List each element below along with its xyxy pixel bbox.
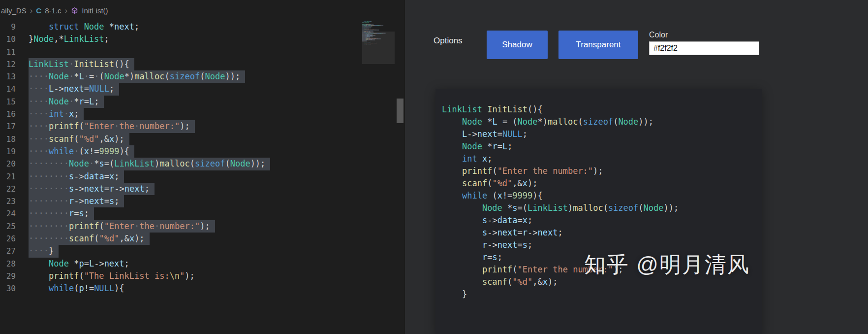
code-line[interactable]: 15····Node·*r=L;: [0, 96, 404, 108]
code-line[interactable]: 27····}: [0, 245, 404, 257]
options-label: Options: [434, 36, 463, 46]
code-line[interactable]: 30 while(p!=NULL){: [0, 282, 404, 295]
code-line[interactable]: 17····printf("Enter·the·number:");: [0, 120, 404, 133]
preview-code-line: Node *s=(LinkList)malloc(sizeof(Node));: [442, 202, 762, 214]
line-number: 13: [0, 70, 16, 83]
line-number: 19: [0, 145, 16, 158]
line-number: 26: [0, 233, 16, 245]
code-line[interactable]: 20········Node·*s=(LinkList)malloc(sizeo…: [0, 158, 404, 170]
code-line[interactable]: 9 struct Node *next;: [0, 21, 404, 33]
line-number: 20: [0, 158, 16, 170]
preview-code-line: }: [442, 288, 762, 301]
code-editor[interactable]: 9 struct Node *next;10}Node,*LinkList;11…: [0, 21, 404, 295]
scrollbar-thumb[interactable]: [397, 99, 403, 123]
line-number: 23: [0, 195, 16, 207]
code-line[interactable]: 23········r->next=s;: [0, 195, 404, 207]
line-number: 22: [0, 183, 16, 195]
code-line[interactable]: 14····L->next=NULL;: [0, 83, 404, 95]
code-line[interactable]: 16····int·x;: [0, 108, 404, 120]
line-number: 9: [0, 21, 16, 33]
preview-code-line: LinkList InitList(){: [442, 103, 762, 116]
line-number: 12: [0, 58, 16, 70]
preview-code-line: s->data=x;: [442, 214, 762, 227]
preview-code-line: s->next=r->next;: [442, 227, 762, 239]
line-number: 14: [0, 83, 16, 95]
breadcrumb-file[interactable]: 8-1.c: [45, 6, 61, 15]
c-file-icon: C: [36, 6, 41, 15]
code-line[interactable]: 24········r=s;: [0, 207, 404, 220]
code-line[interactable]: 21········s->data=x;: [0, 170, 404, 183]
line-number: 11: [0, 46, 16, 58]
preview-code-line: Node *L = (Node*)malloc(sizeof(Node));: [442, 116, 762, 128]
preview-code-line: L->next=NULL;: [442, 128, 762, 140]
code-line[interactable]: 18····scanf("%d",&x);: [0, 133, 404, 145]
chevron-right-icon: ›: [30, 6, 33, 15]
preview-code-line: int x;: [442, 153, 762, 165]
minimap-slider[interactable]: [362, 32, 395, 64]
line-number: 28: [0, 258, 16, 270]
breadcrumb-folder[interactable]: aily_DS: [1, 6, 27, 15]
editor-pane: aily_DS › C 8-1.c › InitList() 9 struct …: [0, 0, 404, 334]
snippet-panel: Options Shadow Transparent Color LinkLis…: [404, 0, 868, 334]
preview-code-line: while (x!=9999){: [442, 190, 762, 202]
color-input[interactable]: [649, 41, 759, 55]
line-number: 21: [0, 170, 16, 183]
code-line[interactable]: 19····while·(x!=9999){: [0, 145, 404, 158]
line-number: 16: [0, 108, 16, 120]
preview-code-line: printf("Enter the number:");: [442, 165, 762, 177]
preview-code-line: r->next=s;: [442, 239, 762, 251]
code-line[interactable]: 28 Node *p=L->next;: [0, 258, 404, 270]
line-number: 25: [0, 220, 16, 233]
code-line[interactable]: 11: [0, 46, 404, 58]
line-number: 29: [0, 270, 16, 282]
watermark-text: 知乎 @明月清风: [584, 250, 750, 279]
editor-scrollbar[interactable]: [396, 21, 404, 334]
code-line[interactable]: 10}Node,*LinkList;: [0, 33, 404, 45]
line-number: 24: [0, 207, 16, 220]
app-window: aily_DS › C 8-1.c › InitList() 9 struct …: [0, 0, 868, 334]
line-number: 30: [0, 282, 16, 295]
minimap[interactable]: 9 struct Node *next;10}Node,*LinkList;11…: [362, 21, 395, 134]
breadcrumb-symbol[interactable]: InitList(): [82, 6, 108, 15]
chevron-right-icon: ›: [65, 6, 68, 15]
line-number: 17: [0, 120, 16, 133]
preview-code-line: Node *r=L;: [442, 140, 762, 153]
line-number: 18: [0, 133, 16, 145]
editor-body: 9 struct Node *next;10}Node,*LinkList;11…: [0, 21, 404, 334]
color-label: Color: [649, 31, 668, 39]
line-number: 15: [0, 96, 16, 108]
shadow-button[interactable]: Shadow: [487, 31, 548, 59]
line-number: 10: [0, 33, 16, 45]
preview-code-line: scanf("%d",&x);: [442, 177, 762, 190]
transparent-button[interactable]: Transparent: [558, 31, 638, 59]
code-line[interactable]: 25········printf("Enter·the·number:");: [0, 220, 404, 233]
preview-card: LinkList InitList(){ Node *L = (Node*)ma…: [435, 89, 762, 334]
code-line[interactable]: 12LinkList·InitList(){: [0, 58, 404, 70]
code-line[interactable]: 29 printf("The LinkList is:\n");: [0, 270, 404, 282]
symbol-method-icon: [71, 7, 78, 14]
line-number: 27: [0, 245, 16, 257]
breadcrumb: aily_DS › C 8-1.c › InitList(): [0, 0, 404, 21]
code-line[interactable]: 26········scanf("%d",&x);: [0, 233, 404, 245]
code-line[interactable]: 22········s->next=r->next;: [0, 183, 404, 195]
code-line[interactable]: 13····Node·*L·=·(Node*)malloc(sizeof(Nod…: [0, 70, 404, 83]
